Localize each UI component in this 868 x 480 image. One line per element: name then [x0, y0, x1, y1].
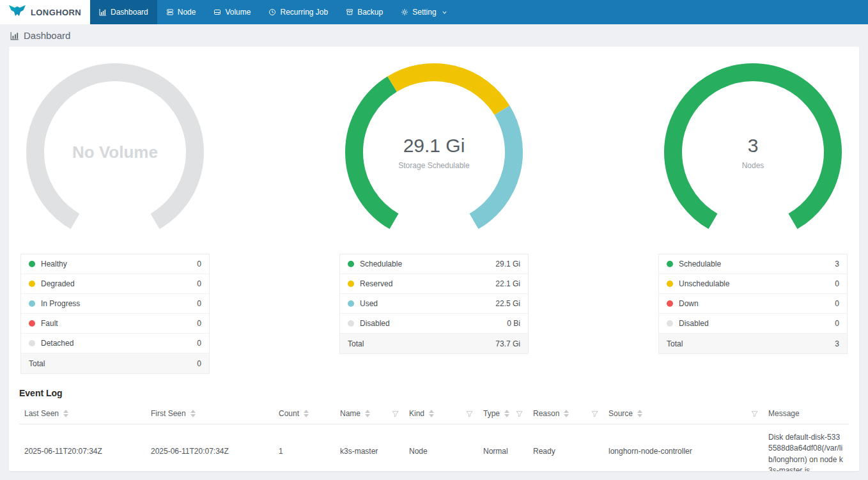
nav-item-volume[interactable]: Volume	[205, 0, 260, 24]
cell-source: longhorn-node-controller	[603, 424, 763, 472]
legend-color-dot	[29, 281, 35, 287]
column-label: Kind	[409, 409, 424, 418]
nav-item-label: Volume	[225, 8, 251, 17]
legend-label: Reserved	[360, 279, 495, 288]
column-header-count[interactable]: Count	[274, 403, 335, 424]
legend-label: Total	[667, 339, 835, 348]
column-label: Name	[340, 409, 360, 418]
legend-row-used: Used22.5 Gi	[340, 294, 528, 314]
sort-icon[interactable]	[504, 410, 509, 417]
nav-item-setting[interactable]: Setting	[392, 0, 456, 24]
nav-item-recurring-job[interactable]: Recurring Job	[260, 0, 337, 24]
legend-label: In Progress	[41, 299, 197, 308]
legend-color-dot	[667, 281, 673, 287]
column-header-last-seen[interactable]: Last Seen	[19, 403, 146, 424]
legend-label: Degraded	[41, 279, 197, 288]
legend-value: 0	[197, 279, 201, 288]
recurring-job-icon	[268, 8, 276, 16]
cell-name: k3s-master	[335, 424, 404, 472]
column-label: Type	[483, 409, 500, 418]
legend-label: Disabled	[360, 319, 507, 328]
legend-value: 73.7 Gi	[495, 339, 520, 348]
column-header-type[interactable]: Type	[478, 403, 528, 424]
sort-icon[interactable]	[190, 410, 196, 417]
cell-message: Disk default-disk-5335588d8a64df08(/var/…	[763, 424, 849, 472]
brand-name: LONGHORN	[31, 8, 81, 17]
sort-icon[interactable]	[365, 410, 370, 417]
nodes-gauge-center: 3Nodes	[660, 59, 846, 245]
nav-item-label: Dashboard	[111, 8, 148, 17]
filter-icon[interactable]	[462, 410, 473, 417]
legend-row-total: Total3	[659, 334, 847, 353]
legend-value: 0	[197, 339, 201, 348]
legend-color-dot	[29, 320, 35, 327]
legend-color-dot	[348, 281, 354, 287]
volume-gauge-center: No Volume	[22, 59, 208, 245]
filter-icon[interactable]	[587, 410, 598, 417]
table-row: 2025-06-11T20:07:34Z2025-06-11T20:07:34Z…	[19, 424, 849, 472]
cell-kind: Node	[404, 424, 478, 472]
legend-value: 22.5 Gi	[495, 299, 520, 308]
column-header-message[interactable]: Message	[763, 403, 849, 424]
legend-row-reserved: Reserved22.1 Gi	[340, 274, 528, 294]
sort-icon[interactable]	[63, 410, 68, 417]
storage-legend: Schedulable29.1 GiReserved22.1 GiUsed22.…	[339, 254, 529, 354]
filter-icon[interactable]	[747, 410, 758, 417]
sort-icon[interactable]	[429, 410, 434, 417]
legend-color-dot	[667, 320, 673, 327]
volume-legend: Healthy0Degraded0In Progress0Fault0Detac…	[20, 254, 210, 374]
legend-value: 29.1 Gi	[495, 259, 520, 268]
legend-value: 0	[197, 319, 201, 328]
volume-icon	[213, 8, 221, 16]
cell-first-seen: 2025-06-11T20:07:34Z	[146, 424, 274, 472]
dashboard-card: No VolumeHealthy0Degraded0In Progress0Fa…	[9, 47, 859, 471]
legend-row-total: Total73.7 Gi	[340, 334, 528, 353]
chevron-down-icon	[440, 10, 447, 15]
event-log-section: Event Log Last SeenFirst SeenCountNameKi…	[19, 388, 849, 471]
column-header-first-seen[interactable]: First Seen	[146, 403, 274, 424]
legend-label: Schedulable	[360, 259, 495, 268]
nav-item-backup[interactable]: Backup	[337, 0, 392, 24]
column-header-kind[interactable]: Kind	[404, 403, 478, 424]
column-header-source[interactable]: Source	[603, 403, 763, 424]
legend-label: Disabled	[679, 319, 835, 328]
column-label: Source	[608, 409, 633, 418]
nav-item-node[interactable]: Node	[157, 0, 205, 24]
cell-reason: Ready	[528, 424, 603, 472]
volume-gauge: No Volume	[22, 59, 208, 245]
legend-row-degraded: Degraded0	[21, 274, 209, 294]
legend-color-dot	[29, 261, 35, 267]
nodes-legend: Schedulable3Unschedulable0Down0Disabled0…	[658, 254, 848, 354]
filter-icon[interactable]	[388, 410, 399, 417]
filter-icon[interactable]	[512, 410, 523, 417]
nav-item-label: Backup	[357, 8, 383, 17]
top-navbar: LONGHORN DashboardNodeVolumeRecurring Jo…	[0, 0, 868, 24]
event-message: Disk default-disk-5335588d8a64df08(/var/…	[768, 432, 844, 471]
legend-row-disabled: Disabled0	[659, 314, 847, 334]
backup-icon	[346, 8, 353, 16]
legend-row-disabled: Disabled0 Bi	[340, 314, 528, 334]
storage-gauge-center: 29.1 GiStorage Schedulable	[341, 59, 527, 245]
legend-value: 0	[835, 299, 839, 308]
nodes-gauge: 3Nodes	[660, 59, 846, 245]
legend-row-unschedulable: Unschedulable0	[659, 274, 847, 294]
legend-label: Schedulable	[679, 259, 835, 268]
legend-color-dot	[348, 300, 354, 307]
sort-icon[interactable]	[564, 410, 569, 417]
column-label: Message	[768, 409, 800, 418]
legend-label: Fault	[41, 319, 197, 328]
column-header-reason[interactable]: Reason	[528, 403, 603, 424]
sort-icon[interactable]	[304, 410, 309, 417]
cell-count: 1	[274, 424, 335, 472]
legend-label: Down	[679, 299, 835, 308]
column-header-name[interactable]: Name	[335, 403, 404, 424]
nav-item-dashboard[interactable]: Dashboard	[90, 0, 157, 24]
sort-icon[interactable]	[637, 410, 642, 417]
legend-label: Total	[348, 339, 495, 348]
legend-label: Used	[360, 299, 495, 308]
brand[interactable]: LONGHORN	[0, 0, 90, 24]
nodes-panel: 3NodesSchedulable3Unschedulable0Down0Dis…	[657, 59, 849, 374]
nav-item-label: Recurring Job	[280, 8, 328, 17]
dashboard-icon	[99, 8, 107, 16]
nav-item-label: Setting	[412, 8, 436, 17]
